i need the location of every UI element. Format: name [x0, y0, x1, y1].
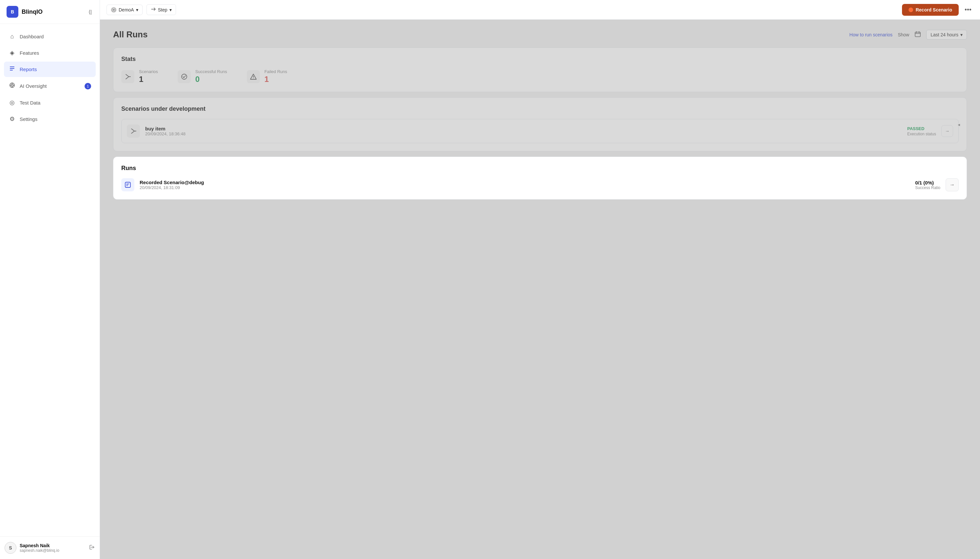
- env-selector[interactable]: DemoA ▾: [106, 5, 142, 15]
- run-stats: 0/1 (0%) Success Ratio: [915, 180, 940, 190]
- page-content: All Runs How to run scenarios Show Last …: [100, 20, 980, 559]
- sidebar-item-settings[interactable]: ⚙ Settings: [4, 111, 96, 126]
- sidebar-item-dashboard[interactable]: ⌂ Dashboard: [4, 29, 96, 44]
- sidebar-item-label: Features: [20, 50, 39, 56]
- user-email: sapnesh.naik@blinq.io: [20, 548, 59, 553]
- run-details: Recorded Scenario@debug 20/09/2024, 18:3…: [140, 180, 910, 190]
- reports-icon: [8, 66, 16, 73]
- sidebar-item-label: Reports: [20, 66, 37, 72]
- features-icon: ◈: [8, 49, 16, 56]
- record-button-label: Record Scenario: [916, 7, 952, 12]
- background-overlay: [100, 20, 980, 559]
- sidebar-item-label: Settings: [20, 116, 37, 122]
- main-area: DemoA ▾ Step ▾ Record Scenario ••• All R…: [100, 0, 980, 559]
- sidebar-nav: ⌂ Dashboard ◈ Features Reports: [0, 24, 99, 536]
- dashboard-icon: ⌂: [8, 33, 16, 40]
- sidebar-item-ai-oversight[interactable]: AI Oversight 1: [4, 78, 96, 94]
- sidebar-item-features[interactable]: ◈ Features: [4, 45, 96, 60]
- env-label: DemoA: [119, 7, 134, 12]
- step-icon: [151, 7, 156, 13]
- app-name: BlinqIO: [22, 8, 43, 15]
- logo-area: B BlinqIO: [7, 6, 43, 18]
- sidebar-item-label: AI Oversight: [20, 83, 47, 89]
- record-icon: [909, 8, 913, 12]
- user-info: S Sapnesh Naik sapnesh.naik@blinq.io: [5, 542, 59, 554]
- runs-title: Runs: [121, 165, 959, 172]
- more-options-button[interactable]: •••: [963, 4, 973, 15]
- run-ratio-label: Success Ratio: [915, 185, 940, 190]
- sidebar-item-reports[interactable]: Reports: [4, 61, 96, 77]
- sidebar: B BlinqIO ⟨| ⌂ Dashboard ◈ Features Repo…: [0, 0, 100, 559]
- ai-oversight-icon: [8, 82, 16, 90]
- user-details: Sapnesh Naik sapnesh.naik@blinq.io: [20, 543, 59, 553]
- sidebar-collapse-button[interactable]: ⟨|: [87, 8, 93, 17]
- settings-icon: ⚙: [8, 115, 16, 122]
- step-chevron-icon: ▾: [169, 7, 172, 12]
- sidebar-footer: S Sapnesh Naik sapnesh.naik@blinq.io: [0, 536, 99, 559]
- logout-button[interactable]: [88, 544, 95, 552]
- env-chevron-icon: ▾: [136, 7, 138, 12]
- record-scenario-button[interactable]: Record Scenario: [902, 4, 959, 16]
- sidebar-item-test-data[interactable]: ◎ Test Data: [4, 95, 96, 110]
- svg-rect-0: [10, 66, 15, 67]
- env-icon: [111, 7, 117, 13]
- svg-point-10: [113, 9, 114, 10]
- run-navigate-button[interactable]: →: [945, 178, 959, 191]
- run-ratio: 0/1 (0%): [915, 180, 940, 185]
- runs-card: Runs Recorded Scenario@debug 20/09/2024,…: [113, 157, 967, 200]
- app-logo-icon: B: [7, 6, 18, 18]
- run-icon: [121, 178, 134, 191]
- svg-point-4: [11, 84, 13, 86]
- test-data-icon: ◎: [8, 99, 16, 106]
- user-name: Sapnesh Naik: [20, 543, 59, 548]
- run-name: Recorded Scenario@debug: [140, 180, 910, 185]
- ai-oversight-badge: 1: [84, 83, 91, 89]
- svg-rect-1: [10, 68, 15, 69]
- avatar: S: [5, 542, 17, 554]
- run-date: 20/09/2024, 18:31:09: [140, 185, 910, 190]
- topbar: DemoA ▾ Step ▾ Record Scenario •••: [100, 0, 980, 20]
- sidebar-item-label: Dashboard: [20, 34, 44, 39]
- sidebar-item-label: Test Data: [20, 100, 40, 106]
- svg-rect-2: [10, 70, 13, 70]
- run-item: Recorded Scenario@debug 20/09/2024, 18:3…: [121, 178, 959, 191]
- step-selector[interactable]: Step ▾: [147, 4, 176, 15]
- sidebar-header: B BlinqIO ⟨|: [0, 0, 99, 24]
- step-label: Step: [158, 7, 167, 12]
